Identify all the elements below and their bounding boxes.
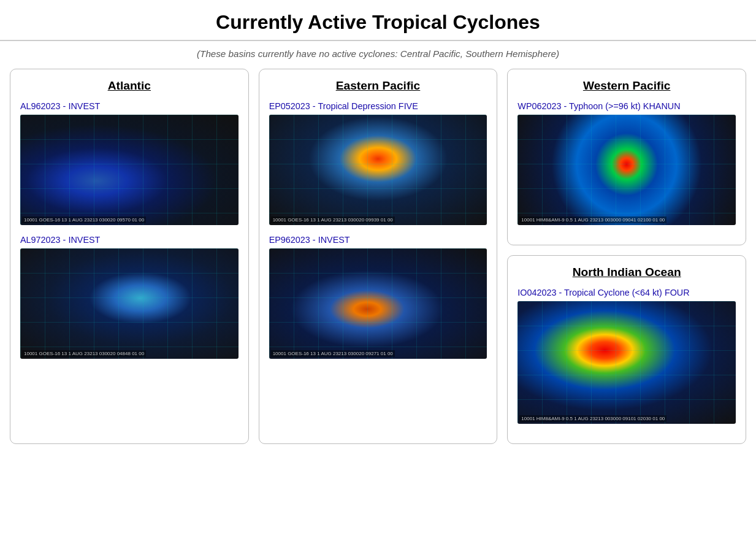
al96-overlay: 10001 GOES-16 13 1 AUG 23213 030020 0957… <box>22 217 146 223</box>
wp06-overlay: 10001 HIM8&AMI-9 0.5 1 AUG 23213 003000 … <box>519 217 666 223</box>
ep05-overlay: 10001 GOES-16 13 1 AUG 23213 030020 0993… <box>271 217 395 223</box>
io04-link[interactable]: IO042023 - Tropical Cyclone (<64 kt) FOU… <box>517 288 736 297</box>
al97-image: 10001 GOES-16 13 1 AUG 23213 030020 0484… <box>20 248 239 359</box>
right-column: Western Pacific WP062023 - Typhoon (>=96… <box>507 69 746 444</box>
page-title: Currently Active Tropical Cyclones <box>0 0 756 40</box>
north-indian-card: North Indian Ocean IO042023 - Tropical C… <box>507 255 746 444</box>
cyclone-io04: IO042023 - Tropical Cyclone (<64 kt) FOU… <box>517 288 736 424</box>
cyclone-al97: AL972023 - INVEST 10001 GOES-16 13 1 AUG… <box>20 235 239 359</box>
ep05-link[interactable]: EP052023 - Tropical Depression FIVE <box>269 101 487 111</box>
al96-link[interactable]: AL962023 - INVEST <box>20 101 239 111</box>
io04-image: 10001 HIM8&AMI-9 0.5 1 AUG 23213 003000 … <box>517 301 736 424</box>
ep96-image: 10001 GOES-16 13 1 AUG 23213 030020 0927… <box>269 248 487 359</box>
ep05-image: 10001 GOES-16 13 1 AUG 23213 030020 0993… <box>269 115 487 225</box>
eastern-pacific-card: Eastern Pacific EP052023 - Tropical Depr… <box>259 69 498 444</box>
western-pacific-card: Western Pacific WP062023 - Typhoon (>=96… <box>507 69 746 245</box>
header-divider <box>0 40 756 41</box>
north-indian-title: North Indian Ocean <box>517 266 736 279</box>
no-active-notice: (These basins currently have no active c… <box>0 48 756 59</box>
basins-grid: Atlantic AL962023 - INVEST 10001 GOES-16… <box>0 69 756 456</box>
wp06-link[interactable]: WP062023 - Typhoon (>=96 kt) KHANUN <box>517 101 736 111</box>
cyclone-wp06: WP062023 - Typhoon (>=96 kt) KHANUN 1000… <box>517 101 736 225</box>
cyclone-ep05: EP052023 - Tropical Depression FIVE 1000… <box>269 101 487 225</box>
ep96-link[interactable]: EP962023 - INVEST <box>269 235 487 245</box>
io04-overlay: 10001 HIM8&AMI-9 0.5 1 AUG 23213 003000 … <box>519 415 666 422</box>
cyclone-al96: AL962023 - INVEST 10001 GOES-16 13 1 AUG… <box>20 101 239 225</box>
ep96-overlay: 10001 GOES-16 13 1 AUG 23213 030020 0927… <box>271 350 395 357</box>
western-pacific-title: Western Pacific <box>517 79 736 93</box>
al96-image: 10001 GOES-16 13 1 AUG 23213 030020 0957… <box>20 115 239 225</box>
al97-overlay: 10001 GOES-16 13 1 AUG 23213 030020 0484… <box>22 350 146 357</box>
cyclone-ep96: EP962023 - INVEST 10001 GOES-16 13 1 AUG… <box>269 235 487 359</box>
wp06-image: 10001 HIM8&AMI-9 0.5 1 AUG 23213 003000 … <box>517 115 736 225</box>
eastern-pacific-title: Eastern Pacific <box>269 79 487 93</box>
al97-link[interactable]: AL972023 - INVEST <box>20 235 239 245</box>
atlantic-card: Atlantic AL962023 - INVEST 10001 GOES-16… <box>10 69 249 444</box>
atlantic-title: Atlantic <box>20 79 239 93</box>
